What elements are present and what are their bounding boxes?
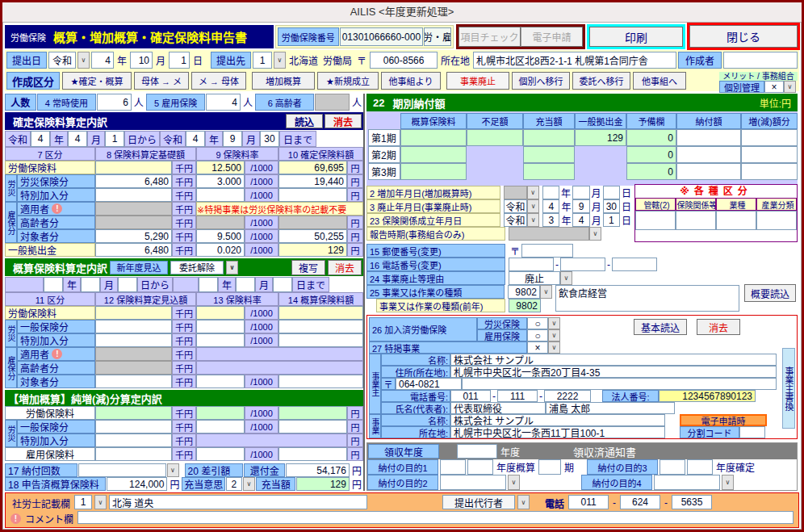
gaisan-cell[interactable] — [400, 129, 467, 146]
rosai-value[interactable]: ○ — [527, 317, 548, 329]
btn-jigyo-haishi[interactable]: 事業廃止 — [446, 72, 509, 90]
e-apply-time-button[interactable]: 電子申請時 — [680, 414, 767, 426]
sharoshi-name-field[interactable]: 北海 道央 — [109, 495, 367, 509]
gaisan-cell[interactable] — [400, 163, 467, 180]
month-field[interactable]: 4 — [572, 213, 589, 227]
btn-tajikumi-e[interactable]: 他事組へ — [633, 72, 686, 90]
month-field[interactable]: 9 — [572, 199, 589, 213]
haishi-reason-select[interactable]: 廃止 — [509, 271, 560, 285]
juto-ishi-field[interactable]: 2 — [226, 477, 242, 491]
submit-addr-field[interactable]: 札幌市北区北8西2-1-1 札幌第1合同庁舎 — [473, 52, 676, 69]
period-year-field[interactable] — [44, 277, 63, 292]
receipt-year-field[interactable] — [457, 444, 497, 459]
submit-dest-no[interactable]: 1 — [253, 52, 272, 69]
base-field[interactable] — [95, 333, 172, 347]
rate-field[interactable] — [196, 406, 245, 420]
rate-field[interactable] — [196, 188, 245, 202]
period-month-field[interactable]: 4 — [68, 131, 87, 147]
period-day-field[interactable] — [273, 277, 292, 292]
juto-cell[interactable] — [523, 129, 575, 146]
btn-itaku-iko[interactable]: 委託へ移行 — [572, 72, 630, 90]
hoken-kankei-field[interactable] — [676, 211, 716, 230]
day-field[interactable] — [603, 186, 620, 199]
clear-button[interactable]: 消去 — [697, 319, 740, 335]
tel1-field[interactable]: 011 — [568, 495, 609, 509]
period-day-field[interactable] — [118, 277, 137, 292]
period-year-field[interactable] — [199, 277, 218, 292]
dropdown-arrow-icon[interactable]: ∨ — [548, 317, 560, 329]
zogen-cell[interactable] — [741, 129, 798, 146]
tel3-field[interactable]: 5635 — [672, 495, 712, 509]
period-day-field[interactable]: 30 — [260, 131, 279, 147]
amount-field[interactable] — [278, 447, 347, 461]
period-day-field[interactable]: 1 — [105, 131, 124, 147]
dropdown-arrow-icon[interactable]: ∨ — [527, 213, 539, 227]
dropdown-arrow-icon[interactable]: ∨ — [548, 341, 560, 354]
year-field[interactable]: 4 — [542, 199, 559, 213]
nofu-cell[interactable] — [676, 163, 741, 180]
purpose3-field-a[interactable] — [660, 459, 685, 475]
submit-day-field[interactable]: 1 — [169, 52, 190, 69]
owner-addr-field[interactable]: 札幌市中央区北一条西20丁目4-35 — [450, 366, 777, 378]
payment-count-select[interactable] — [78, 463, 165, 477]
day-field[interactable]: 30 — [603, 199, 620, 213]
dropdown-arrow-icon[interactable]: ∨ — [94, 495, 107, 509]
zogen-cell[interactable] — [741, 163, 798, 180]
amount-field[interactable] — [278, 420, 347, 434]
close-button[interactable]: 閉じる — [689, 25, 798, 48]
btn-zoka-gaisan[interactable]: 増加概算 — [252, 72, 315, 90]
dropdown-arrow-icon[interactable]: ∨ — [589, 227, 601, 241]
amount-field[interactable] — [278, 320, 363, 333]
rate-field[interactable]: 0.020 — [196, 243, 245, 257]
period-month-field[interactable] — [236, 277, 255, 292]
tokkei-value[interactable]: × — [527, 341, 548, 354]
rate-field[interactable]: 12.500 — [196, 161, 245, 174]
owner-tel1[interactable]: 011 — [450, 390, 491, 402]
ippan-cell[interactable]: 129 — [575, 129, 626, 146]
amount-field[interactable] — [278, 306, 363, 320]
biz-addr-field[interactable]: 札幌市中央区北一条西11丁目100-1 — [450, 426, 665, 438]
rate-field[interactable] — [196, 447, 245, 461]
tel1-field[interactable] — [509, 258, 554, 271]
zogen-cell[interactable] — [741, 146, 798, 163]
gaiyo-read-button[interactable]: 概要読込 — [744, 284, 796, 302]
btn-kakutei-gaisan[interactable]: ★確定・概算 — [62, 72, 132, 90]
print-button[interactable]: 印刷 — [589, 27, 683, 47]
submit-zip-field[interactable]: 060-8566 — [370, 52, 438, 69]
btn-me-botai[interactable]: メ → 母体 — [191, 72, 246, 90]
declared-premium-field[interactable]: 124,000 — [107, 477, 167, 491]
tel2-field[interactable] — [560, 258, 605, 271]
nofu-cell[interactable] — [676, 146, 741, 163]
dropdown-arrow-icon[interactable]: ∨ — [784, 81, 796, 93]
base-field[interactable] — [95, 375, 172, 388]
btn-shinki[interactable]: ★新規成立 — [317, 72, 379, 90]
zip-change-field[interactable] — [521, 244, 573, 258]
nofu-cell[interactable] — [676, 129, 741, 146]
base-field[interactable]: 6,480 — [95, 243, 172, 257]
tel2-field[interactable]: 624 — [620, 495, 660, 509]
dropdown-arrow-icon[interactable]: ∨ — [722, 475, 734, 490]
item-check-button[interactable]: 項目チェック — [459, 27, 521, 47]
owner-tel3[interactable]: 2222 — [544, 390, 591, 402]
kankatsu-field[interactable] — [635, 211, 676, 230]
rate-field[interactable] — [196, 306, 245, 320]
itaku-kaijo-select[interactable]: 委託解除 — [170, 261, 224, 274]
e-apply-button[interactable]: 電子申請 — [521, 27, 583, 47]
purpose2-select[interactable] — [440, 475, 506, 490]
clear-button[interactable]: 消去 — [325, 114, 362, 128]
dropdown-arrow-icon[interactable]: ∨ — [243, 477, 255, 491]
amount-field[interactable]: 19,440 — [278, 174, 347, 188]
kanpu-field[interactable]: 54,176 — [286, 463, 350, 477]
gaisan-cell[interactable] — [400, 146, 467, 163]
base-field[interactable] — [95, 320, 172, 333]
base-field[interactable] — [95, 161, 172, 174]
base-field[interactable]: 5,290 — [95, 229, 172, 243]
sangyo-field[interactable] — [756, 211, 797, 230]
daiko-select[interactable]: 提出代行者 — [442, 495, 515, 509]
copy-button[interactable]: 複写 — [291, 260, 325, 275]
gyoshu-field[interactable] — [716, 211, 756, 230]
base-field[interactable]: 6,480 — [95, 174, 172, 188]
dropdown-arrow-icon[interactable]: ∨ — [167, 463, 179, 477]
dropdown-arrow-icon[interactable]: ∨ — [560, 271, 572, 285]
dropdown-arrow-icon[interactable]: ∨ — [548, 329, 560, 341]
